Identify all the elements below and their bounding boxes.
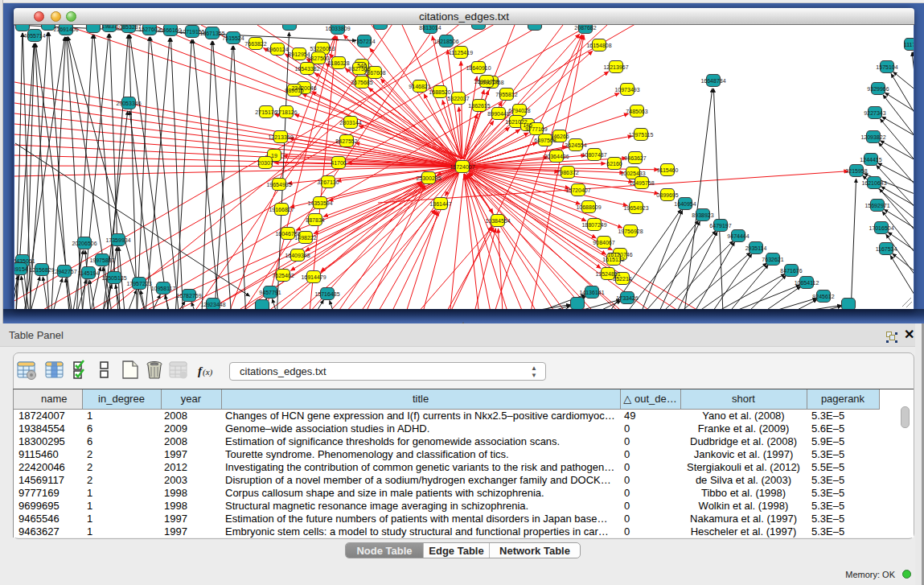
svg-text:12213967: 12213967 [603,64,628,70]
svg-text:7357214: 7357214 [353,39,375,44]
svg-text:19975887: 19975887 [89,257,114,263]
svg-text:3267130: 3267130 [317,179,339,185]
svg-text:9827503: 9827503 [307,56,329,61]
svg-text:9227343: 9227343 [864,110,885,116]
svg-text:14136141: 14136141 [579,290,604,295]
svg-text:989015: 989015 [285,88,303,93]
svg-text:1615132: 1615132 [602,257,624,262]
svg-text:16495758: 16495758 [629,180,654,186]
svg-text:1527602: 1527602 [138,27,160,32]
svg-text:20206506: 20206506 [72,241,97,246]
svg-text:16961758: 16961758 [474,79,499,84]
svg-text:17957223: 17957223 [126,281,151,286]
svg-text:53226053: 53226053 [310,46,335,51]
svg-text:9474444: 9474444 [727,233,749,239]
svg-text:6794028: 6794028 [508,108,530,113]
svg-text:16409348: 16409348 [285,253,310,258]
svg-text:19166827: 19166827 [269,207,294,212]
svg-text:10654112: 10654112 [795,280,819,286]
svg-text:8990448: 8990448 [487,111,509,117]
svg-text:16033809: 16033809 [325,26,350,31]
svg-text:9329966: 9329966 [867,86,889,92]
svg-text:17359934: 17359934 [105,237,130,243]
svg-text:11125419: 11125419 [449,50,473,56]
svg-text:10973493: 10973493 [614,87,639,93]
svg-text:21691406: 21691406 [53,27,78,32]
svg-text:3215958: 3215958 [845,168,867,174]
svg-text:20364436: 20364436 [544,154,569,159]
svg-text:25300295: 25300295 [416,175,441,181]
svg-text:0899695: 0899695 [656,192,678,198]
svg-text:9457791: 9457791 [259,290,281,295]
svg-text:15692971: 15692971 [864,203,889,208]
svg-text:5322037: 5322037 [447,96,469,101]
svg-text:15720407: 15720407 [565,187,590,193]
svg-text:29053346: 29053346 [116,101,141,106]
svg-text:2715176: 2715176 [255,109,277,115]
svg-text:7663822: 7663822 [244,41,266,47]
svg-text:12093822: 12093822 [860,134,885,140]
svg-text:887834: 887834 [306,217,324,223]
svg-text:7632621: 7632621 [762,257,783,262]
svg-text:12505135: 12505135 [101,275,126,281]
svg-text:7625402: 7625402 [272,273,294,278]
svg-text:12156829: 12156829 [29,267,54,273]
svg-text:3624554: 3624554 [565,142,586,148]
svg-text:8427552: 8427552 [335,138,357,144]
svg-text:2087682: 2087682 [574,25,596,31]
svg-text:10958117: 10958117 [151,286,176,291]
svg-text:10807487: 10807487 [581,152,606,158]
svg-text:19384554: 19384554 [485,218,510,224]
svg-text:(x): (x) [203,367,213,377]
svg-text:18724007: 18724007 [450,164,474,170]
svg-text:62160: 62160 [606,161,622,167]
svg-text:2718126: 2718126 [275,109,297,115]
svg-text:8938923: 8938923 [692,212,713,218]
svg-text:1640954: 1640954 [674,201,696,207]
svg-text:39154: 39154 [14,266,28,272]
svg-text:19837: 19837 [101,25,117,29]
svg-text:8813014: 8813014 [419,25,441,31]
svg-text:16648784: 16648784 [700,78,725,84]
svg-text:9463627: 9463627 [624,155,646,161]
svg-text:16914479: 16914479 [301,274,326,280]
svg-text:16543382: 16543382 [294,66,319,72]
svg-text:18807249: 18807249 [581,222,606,228]
svg-text:16210643: 16210643 [861,180,886,186]
svg-text:14353594: 14353594 [307,200,332,206]
svg-text:6479197: 6479197 [709,223,731,229]
svg-text:1733426: 1733426 [616,295,638,301]
svg-text:1588520: 1588520 [429,89,450,95]
svg-text:16671355: 16671355 [199,31,224,36]
svg-text:9245612: 9245612 [812,294,834,299]
svg-text:2867608: 2867608 [363,70,385,76]
svg-text:1145194: 1145194 [78,270,100,276]
svg-text:2935114: 2935114 [745,245,767,251]
svg-text:19218506: 19218506 [433,39,458,44]
svg-text:19756928: 19756928 [618,229,643,234]
svg-text:1361447: 1361447 [429,201,451,207]
svg-text:7485063: 7485063 [626,109,647,114]
svg-text:16046788: 16046788 [275,231,300,237]
svg-text:16435061: 16435061 [14,258,35,264]
svg-text:1167534: 1167534 [876,246,897,252]
svg-text:12923448: 12923448 [200,302,225,307]
svg-text:8960124: 8960124 [266,47,288,52]
svg-text:6466160: 6466160 [159,27,181,33]
svg-text:12942757: 12942757 [51,269,76,274]
svg-text:9084067: 9084067 [593,240,614,245]
svg-text:19654935: 19654935 [266,182,291,187]
svg-text:12975115: 12975115 [629,132,654,138]
svg-text:9146821: 9146821 [409,84,430,89]
svg-text:8471676: 8471676 [780,268,802,274]
svg-text:1362615: 1362615 [468,103,490,109]
svg-text:20307: 20307 [257,160,273,166]
svg-text:16782759: 16782759 [176,293,201,299]
svg-text:6497568: 6497568 [534,138,556,143]
svg-text:9115460: 9115460 [657,167,679,173]
svg-text:2803144: 2803144 [339,120,361,126]
svg-text:7986372: 7986372 [556,170,578,175]
svg-text:9777169: 9777169 [525,126,547,132]
svg-text:15716485: 15716485 [314,291,339,297]
svg-text:10025433: 10025433 [620,171,645,176]
